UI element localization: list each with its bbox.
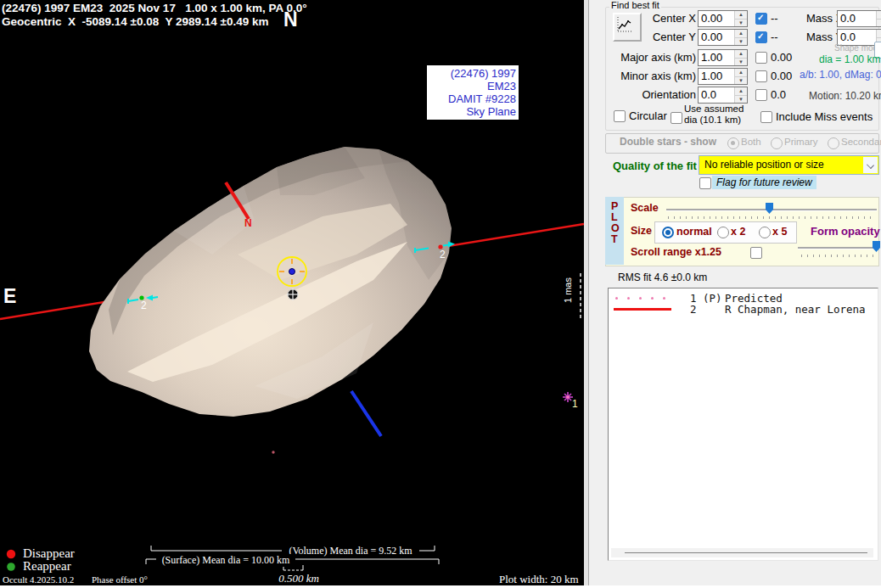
ab-info: a/b: 1.00, dMag: 0.0 — [800, 69, 881, 81]
plot-letter-o: O — [611, 222, 620, 234]
stray-point — [272, 451, 274, 453]
spin-down-icon[interactable] — [735, 96, 747, 104]
orientation-fit-checkbox[interactable] — [755, 89, 767, 101]
double-stars-primary-label: Primary — [784, 137, 818, 147]
center-y-spinner[interactable]: 0.00 — [698, 29, 748, 46]
center-x-spinner[interactable]: 0.00 — [698, 10, 748, 27]
major-axis-spin-buttons[interactable] — [734, 50, 747, 65]
scrollbar-thumb[interactable] — [625, 552, 867, 553]
pole-axis-label: N — [244, 217, 252, 229]
spin-up-icon[interactable] — [735, 87, 747, 96]
spin-down-icon[interactable] — [877, 20, 881, 27]
orientation-spin-buttons[interactable] — [734, 87, 747, 103]
center-x-spin-buttons[interactable] — [734, 11, 747, 26]
info-model: DAMIT #9228 — [429, 92, 516, 105]
dotted-line-sample — [615, 297, 618, 300]
orientation-spinner[interactable]: 0.0 — [698, 87, 748, 104]
include-miss-checkbox[interactable] — [760, 111, 772, 123]
size-x5-label: x 5 — [772, 226, 787, 238]
quality-combobox[interactable]: No reliable position or size — [699, 155, 879, 175]
size-x2-radio[interactable] — [717, 227, 729, 238]
horizontal-scrollbar[interactable] — [611, 548, 873, 557]
spin-down-icon[interactable] — [735, 38, 747, 46]
spin-down-icon[interactable] — [735, 59, 747, 66]
observations-listbox[interactable]: 1 (P) Predicted 2 R Chapman, near Lorena — [608, 288, 878, 561]
flag-review-checkbox[interactable] — [699, 177, 711, 189]
mass-y-value: 0.0 — [840, 31, 856, 43]
orientation-label: Orientation — [609, 88, 696, 101]
size-normal-radio[interactable] — [662, 227, 674, 238]
plot-width-label: Plot width: 20 km — [499, 573, 579, 585]
dotted-line-sample — [651, 297, 654, 300]
minor-axis-fit-checkbox[interactable] — [755, 70, 767, 82]
dotted-line-sample — [627, 297, 630, 300]
spin-up-icon[interactable] — [735, 11, 747, 20]
spin-down-icon[interactable] — [735, 20, 747, 27]
center-y-dash: -- — [771, 31, 778, 43]
occult-fit-window: { "plot": { "header_line1": "(22476) 199… — [0, 0, 881, 588]
legend-reappear-label: Reappear — [23, 559, 71, 574]
circular-label: Circular — [629, 109, 667, 122]
size-normal-label: normal — [676, 226, 712, 238]
spin-down-icon[interactable] — [735, 77, 747, 85]
mass-x-spinner[interactable]: 0.0 — [837, 10, 881, 27]
spin-up-icon[interactable] — [877, 30, 881, 38]
center-x-fit-checkbox[interactable] — [755, 13, 767, 25]
center-x-dash: -- — [771, 12, 778, 25]
spin-up-icon[interactable] — [735, 30, 747, 38]
orientation-alt: 0.0 — [771, 88, 786, 101]
center-y-fit-checkbox[interactable] — [755, 31, 767, 43]
center-y-spin-buttons[interactable] — [734, 30, 747, 45]
center-y-value: 0.00 — [701, 31, 722, 43]
double-stars-title: Double stars - show — [620, 136, 716, 148]
circular-checkbox[interactable] — [614, 110, 626, 122]
rms-fit-label: RMS fit 4.6 ±0.0 km — [618, 272, 707, 283]
mass-x-spin-buttons[interactable] — [876, 11, 881, 26]
major-axis-value: 1.00 — [701, 51, 722, 64]
include-miss-label: Include Miss events — [776, 110, 873, 123]
fit-control-panel: Find best fit Center X 0.00 -- Mass X 0.… — [589, 0, 881, 585]
flag-review-label: Flag for future review — [712, 176, 816, 189]
major-axis-fit-checkbox[interactable] — [755, 52, 767, 64]
use-assumed-checkbox[interactable] — [671, 112, 682, 124]
chevron-down-icon[interactable] — [863, 157, 878, 173]
miss-station-label: 1 — [572, 398, 578, 410]
center-x-label: Center X — [609, 12, 696, 25]
major-axis-spinner[interactable]: 1.00 — [698, 49, 748, 66]
size-label: Size — [631, 225, 652, 237]
surface-dia-label: (Surface) Mean dia = 10.00 km — [156, 554, 295, 567]
motion-info: Motion: 10.20 km/s — [809, 90, 881, 102]
double-stars-primary-radio — [771, 137, 783, 149]
observation-name: R Chapman, near Lorena — [725, 303, 866, 316]
form-opacity-label: Form opacity — [811, 225, 880, 238]
center-y-label: Center Y — [609, 31, 696, 43]
compass-east-label: E — [3, 285, 16, 308]
plot-geocentric-line: Geocentric X -5089.14 ±0.08 Y 2989.14 ±0… — [2, 15, 269, 28]
solid-line-sample — [614, 308, 671, 311]
observation-row[interactable]: 1 (P) Predicted — [609, 288, 878, 300]
plot-title: (22476) 1997 EM23 2025 Nov 17 1.00 x 1.0… — [2, 2, 307, 14]
plot-letter-t: T — [611, 233, 618, 245]
double-stars-secondary-radio — [828, 137, 839, 149]
chord-2-label-right: 2 — [440, 249, 446, 260]
quality-value: No reliable position or size — [704, 159, 824, 171]
sky-plane-plot[interactable]: (22476) 1997 EM23 2025 Nov 17 1.00 x 1.0… — [0, 0, 584, 585]
scroll-range-checkbox[interactable] — [750, 247, 762, 259]
phase-offset-label: Phase offset 0° — [92, 574, 148, 585]
form-opacity-slider-track[interactable] — [798, 247, 877, 249]
scroll-range-label: Scroll range x1.25 — [631, 246, 721, 258]
spin-up-icon[interactable] — [735, 69, 747, 77]
double-stars-both-label: Both — [741, 137, 761, 147]
mass-x-value: 0.0 — [840, 12, 856, 25]
info-object: (22476) 1997 EM23 — [429, 67, 516, 92]
object-info-box: (22476) 1997 EM23 DAMIT #9228 Sky Plane — [427, 65, 519, 120]
spin-up-icon[interactable] — [735, 50, 747, 59]
dotted-line-sample — [639, 297, 642, 300]
spin-up-icon[interactable] — [877, 11, 881, 20]
minor-axis-spinner[interactable]: 1.00 — [698, 68, 748, 85]
dotted-line-sample — [663, 297, 665, 300]
size-x5-radio[interactable] — [759, 227, 771, 238]
observation-row[interactable]: 2 R Chapman, near Lorena — [609, 300, 878, 312]
minor-axis-spin-buttons[interactable] — [734, 69, 747, 84]
dia-info: dia = 1.00 km — [819, 53, 880, 65]
